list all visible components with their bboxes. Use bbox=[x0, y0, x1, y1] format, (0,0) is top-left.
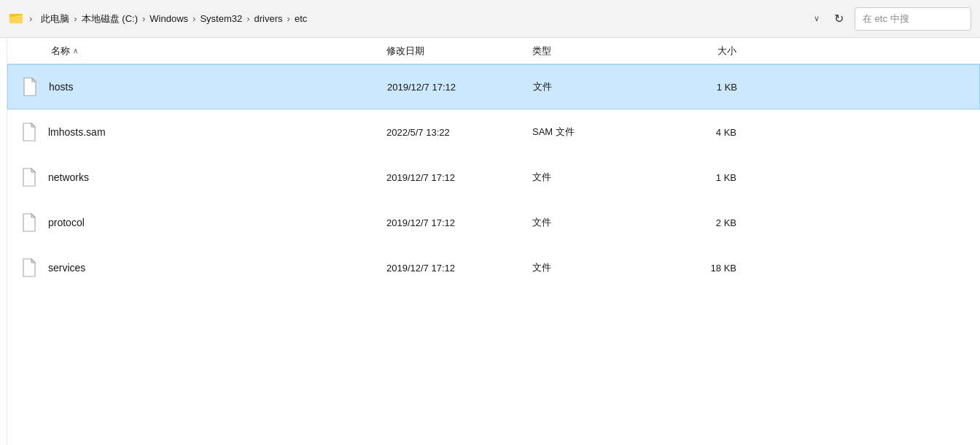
breadcrumb-this-pc[interactable]: 此电脑 bbox=[38, 11, 72, 27]
breadcrumb-system32[interactable]: System32 bbox=[197, 12, 245, 26]
file-date-cell: 2019/12/7 17:12 bbox=[386, 172, 532, 183]
file-name-label: lmhosts.sam bbox=[48, 126, 106, 138]
svg-rect-2 bbox=[9, 14, 15, 17]
file-type-cell: SAM 文件 bbox=[532, 125, 664, 139]
file-size-cell: 18 KB bbox=[664, 263, 751, 274]
breadcrumb-local-disk[interactable]: 本地磁盘 (C:) bbox=[79, 11, 141, 27]
breadcrumb: 此电脑 › 本地磁盘 (C:) › Windows › System32 › d… bbox=[38, 11, 806, 27]
file-icon bbox=[19, 166, 39, 189]
file-type-cell: 文件 bbox=[532, 216, 664, 229]
breadcrumb-etc[interactable]: etc bbox=[292, 12, 310, 26]
col-name-label: 名称 bbox=[51, 44, 70, 58]
table-row[interactable]: lmhosts.sam 2022/5/7 13:22 SAM 文件 4 KB bbox=[7, 109, 980, 155]
file-date-cell: 2022/5/7 13:22 bbox=[386, 127, 532, 138]
main-content: 名称 ∧ 修改日期 类型 大小 hosts 2019/12/7 17:12 文件 bbox=[0, 38, 980, 445]
col-name-header[interactable]: 名称 ∧ bbox=[7, 44, 386, 58]
address-bar: › 此电脑 › 本地磁盘 (C:) › Windows › System32 ›… bbox=[0, 0, 980, 38]
col-size-header[interactable]: 大小 bbox=[664, 44, 751, 58]
refresh-icon: ↻ bbox=[834, 12, 844, 26]
breadcrumb-sep-4: › bbox=[245, 13, 251, 24]
breadcrumb-drivers[interactable]: drivers bbox=[252, 12, 286, 26]
breadcrumb-windows[interactable]: Windows bbox=[147, 12, 191, 26]
col-size-label: 大小 bbox=[718, 45, 736, 56]
table-row[interactable]: services 2019/12/7 17:12 文件 18 KB bbox=[7, 245, 980, 290]
file-date-cell: 2019/12/7 17:12 bbox=[386, 263, 532, 274]
file-icon bbox=[19, 120, 39, 144]
search-placeholder: 在 etc 中搜 bbox=[863, 12, 909, 26]
file-list-area[interactable]: 名称 ∧ 修改日期 类型 大小 hosts 2019/12/7 17:12 文件 bbox=[7, 38, 980, 445]
sidebar-strip bbox=[0, 38, 7, 445]
file-type-cell: 文件 bbox=[532, 171, 664, 184]
file-name-label: networks bbox=[48, 171, 89, 183]
col-type-label: 类型 bbox=[532, 45, 551, 56]
address-expand-button[interactable]: ∨ bbox=[811, 11, 822, 26]
col-date-header[interactable]: 修改日期 bbox=[386, 44, 532, 58]
table-row[interactable]: protocol 2019/12/7 17:12 文件 2 KB bbox=[7, 200, 980, 245]
file-name-cell: protocol bbox=[7, 211, 386, 234]
refresh-button[interactable]: ↻ bbox=[827, 7, 850, 31]
file-name-label: hosts bbox=[49, 81, 73, 93]
file-name-cell: networks bbox=[7, 166, 386, 189]
file-name-label: protocol bbox=[48, 217, 85, 228]
file-size-cell: 4 KB bbox=[664, 127, 751, 138]
file-rows-container: hosts 2019/12/7 17:12 文件 1 KB lmhosts.sa… bbox=[7, 64, 980, 290]
column-headers: 名称 ∧ 修改日期 类型 大小 bbox=[7, 38, 980, 64]
file-icon bbox=[19, 211, 39, 234]
breadcrumb-sep-2: › bbox=[141, 13, 147, 24]
file-size-cell: 1 KB bbox=[664, 172, 751, 183]
breadcrumb-sep-5: › bbox=[286, 13, 292, 24]
file-date-cell: 2019/12/7 17:12 bbox=[386, 217, 532, 228]
table-row[interactable]: hosts 2019/12/7 17:12 文件 1 KB bbox=[7, 64, 980, 109]
breadcrumb-sep-0: › bbox=[28, 13, 34, 24]
col-date-label: 修改日期 bbox=[386, 45, 424, 56]
breadcrumb-sep-3: › bbox=[191, 13, 197, 24]
file-name-label: services bbox=[48, 262, 85, 274]
breadcrumb-sep-1: › bbox=[72, 13, 78, 24]
file-date-cell: 2019/12/7 17:12 bbox=[387, 82, 533, 93]
file-type-cell: 文件 bbox=[533, 80, 664, 93]
file-name-cell: hosts bbox=[8, 75, 387, 98]
search-box[interactable]: 在 etc 中搜 bbox=[855, 7, 971, 31]
file-name-cell: services bbox=[7, 256, 386, 279]
file-name-cell: lmhosts.sam bbox=[7, 120, 386, 144]
table-row[interactable]: networks 2019/12/7 17:12 文件 1 KB bbox=[7, 155, 980, 200]
file-icon bbox=[19, 256, 39, 279]
file-type-cell: 文件 bbox=[532, 261, 664, 274]
file-size-cell: 1 KB bbox=[664, 82, 752, 93]
sort-arrow-icon: ∧ bbox=[73, 47, 78, 55]
folder-icon bbox=[9, 10, 23, 28]
file-icon bbox=[20, 75, 40, 98]
file-size-cell: 2 KB bbox=[664, 217, 751, 228]
col-type-header[interactable]: 类型 bbox=[532, 44, 664, 58]
